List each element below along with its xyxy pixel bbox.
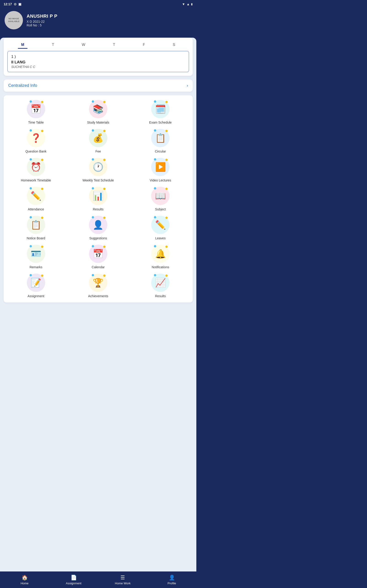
nav-homework[interactable]: ☰ Home Work bbox=[98, 571, 147, 588]
dot-yellow bbox=[165, 216, 168, 219]
menu-item-attendance[interactable]: ✏️ Attendance bbox=[6, 187, 66, 211]
menu-item-subject[interactable]: 📖 Subject bbox=[131, 187, 190, 211]
dot-blue bbox=[92, 100, 94, 103]
icon-emoji: ⏰ bbox=[31, 162, 41, 172]
notification-icon: ▣ bbox=[18, 2, 21, 6]
menu-item-results[interactable]: 📊 Results bbox=[68, 187, 128, 211]
menu-item-homework-timetable[interactable]: ⏰ Homework Timetable bbox=[6, 158, 66, 182]
icon-wrapper: 📊 bbox=[89, 187, 107, 205]
timetable-card: M T W T F S 1 ) II LANG SUCHETHA C C bbox=[4, 38, 193, 76]
icon-label: Remarks bbox=[30, 265, 42, 269]
days-row: M T W T F S bbox=[7, 41, 189, 48]
dot-blue bbox=[30, 274, 32, 276]
period-subject: II LANG bbox=[11, 60, 185, 65]
dot-blue bbox=[30, 100, 32, 103]
icon-label: Achievements bbox=[88, 294, 108, 298]
icon-emoji: ✏️ bbox=[31, 191, 41, 201]
centralized-info-bar[interactable]: Centralized Info › bbox=[4, 79, 193, 92]
icon-emoji: 💰 bbox=[93, 133, 103, 143]
icon-emoji: 🕐 bbox=[93, 162, 103, 172]
icon-wrapper: ❓ bbox=[27, 129, 45, 147]
menu-item-video-lectures[interactable]: ▶️ Video Lectures bbox=[131, 158, 190, 182]
day-thursday[interactable]: T bbox=[110, 41, 118, 48]
menu-item-time-table[interactable]: 📅 Time Table bbox=[6, 100, 66, 124]
dot-blue bbox=[30, 158, 32, 161]
day-friday[interactable]: F bbox=[140, 41, 148, 48]
icon-wrapper: ▶️ bbox=[151, 158, 169, 176]
menu-item-study-materials[interactable]: 📚 Study Materials bbox=[68, 100, 128, 124]
icon-label: Fee bbox=[95, 149, 101, 153]
icon-emoji: 🔔 bbox=[155, 249, 166, 259]
signal-icon: ▲ bbox=[186, 2, 190, 6]
icon-emoji: 📋 bbox=[31, 220, 41, 230]
dot-yellow bbox=[41, 130, 43, 132]
icon-wrapper: 📋 bbox=[151, 129, 169, 147]
day-saturday[interactable]: S bbox=[169, 41, 178, 48]
icon-wrapper: ✏️ bbox=[151, 216, 169, 234]
icon-emoji: 📋 bbox=[155, 133, 166, 143]
avatar: NO IMAGE AVAILABLE bbox=[5, 11, 23, 29]
icon-wrapper: 🏆 bbox=[89, 274, 107, 292]
icon-emoji: 🪪 bbox=[31, 249, 41, 259]
dot-yellow bbox=[103, 159, 106, 161]
status-left: 12:17 ⊙ ▣ bbox=[4, 2, 21, 6]
dot-yellow bbox=[41, 246, 43, 248]
menu-item-assignment[interactable]: 📝 Assignment bbox=[6, 274, 66, 298]
icon-emoji: 📅 bbox=[93, 249, 103, 259]
homework-label: Home Work bbox=[115, 582, 131, 585]
icon-label: Exam Schedule bbox=[149, 121, 172, 124]
menu-item-suggestions[interactable]: 👤 Suggestions bbox=[68, 216, 128, 240]
icon-wrapper: 🕐 bbox=[89, 158, 107, 176]
icon-emoji: ✏️ bbox=[155, 220, 166, 230]
icon-label: Results bbox=[155, 294, 166, 298]
icon-label: Question Bank bbox=[25, 149, 47, 153]
assignment-label: Assignment bbox=[66, 582, 81, 585]
day-wednesday[interactable]: W bbox=[79, 41, 89, 48]
icon-wrapper: 📋 bbox=[27, 216, 45, 234]
icon-emoji: ▶️ bbox=[155, 162, 166, 172]
icon-label: Circular bbox=[155, 149, 166, 153]
dot-yellow bbox=[165, 159, 168, 161]
day-tuesday[interactable]: T bbox=[49, 41, 57, 48]
dot-yellow bbox=[165, 275, 168, 277]
dot-blue bbox=[30, 216, 32, 218]
dot-blue bbox=[92, 245, 94, 247]
menu-item-fee[interactable]: 💰 Fee bbox=[68, 129, 128, 153]
icon-label: Leaves bbox=[155, 236, 166, 240]
icon-wrapper: 📅 bbox=[89, 245, 107, 263]
menu-item-achievements[interactable]: 🏆 Achievements bbox=[68, 274, 128, 298]
menu-item-remarks[interactable]: 🪪 Remarks bbox=[6, 245, 66, 269]
icon-emoji: 📅 bbox=[31, 104, 41, 114]
menu-item-results[interactable]: 📈 Results bbox=[131, 274, 190, 298]
dot-blue bbox=[30, 129, 32, 132]
menu-item-notifications[interactable]: 🔔 Notifications bbox=[131, 245, 190, 269]
icon-label: Subject bbox=[155, 208, 166, 211]
pocket-icon: ⊙ bbox=[14, 2, 17, 6]
menu-item-circular[interactable]: 📋 Circular bbox=[131, 129, 190, 153]
menu-item-weekly-test-schedule[interactable]: 🕐 Weekly Test Schedule bbox=[68, 158, 128, 182]
dot-blue bbox=[92, 216, 94, 218]
dot-yellow bbox=[103, 130, 106, 132]
user-name: ANUSHRI P P bbox=[27, 14, 57, 19]
icon-emoji: ❓ bbox=[31, 133, 41, 143]
menu-item-leaves[interactable]: ✏️ Leaves bbox=[131, 216, 190, 240]
menu-item-calendar[interactable]: 📅 Calendar bbox=[68, 245, 128, 269]
nav-home[interactable]: 🏠 Home bbox=[0, 571, 49, 588]
dot-yellow bbox=[41, 275, 43, 277]
menu-item-question-bank[interactable]: ❓ Question Bank bbox=[6, 129, 66, 153]
user-roll: Roll No : 5 bbox=[27, 23, 57, 27]
dot-yellow bbox=[103, 275, 106, 277]
menu-item-notice-board[interactable]: 📋 Notice Board bbox=[6, 216, 66, 240]
icon-wrapper: 💰 bbox=[89, 129, 107, 147]
wifi-icon: ▼ bbox=[182, 2, 185, 6]
nav-assignment[interactable]: 📄 Assignment bbox=[49, 571, 98, 588]
day-monday[interactable]: M bbox=[18, 41, 27, 48]
menu-item-exam-schedule[interactable]: 🗓️ Exam Schedule bbox=[131, 100, 190, 124]
battery-icon: ▮ bbox=[191, 2, 193, 6]
nav-profile[interactable]: 👤 Profile bbox=[147, 571, 196, 588]
icon-label: Attendance bbox=[28, 208, 44, 211]
icon-wrapper: ⏰ bbox=[27, 158, 45, 176]
icon-wrapper: 📖 bbox=[151, 187, 169, 205]
dot-yellow bbox=[103, 216, 106, 219]
dot-yellow bbox=[103, 246, 106, 248]
